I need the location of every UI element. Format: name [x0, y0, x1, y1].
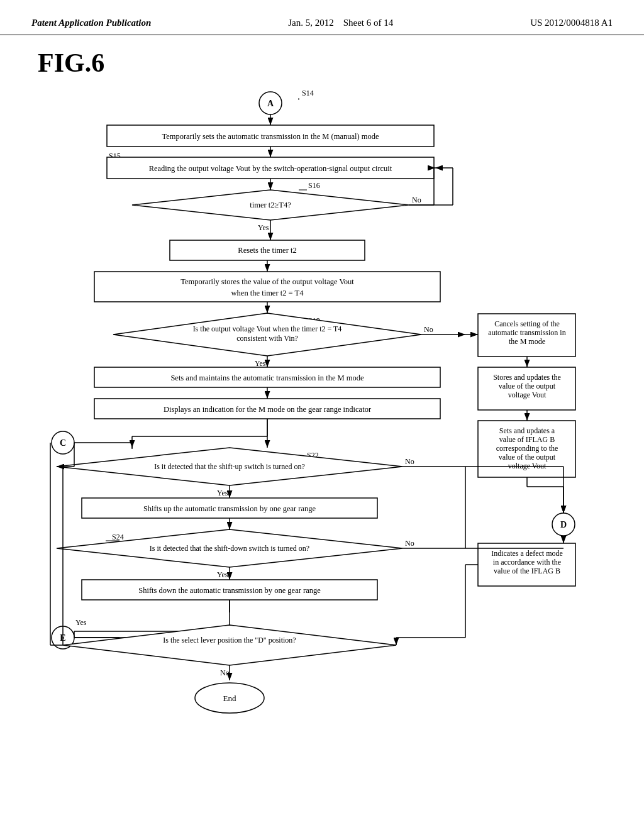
fig-label: FIG.6 — [38, 48, 606, 78]
svg-text:timer t2≥T4?: timer t2≥T4? — [250, 201, 291, 209]
svg-text:D: D — [560, 520, 567, 529]
svg-text:Shifts down the automatic tran: Shifts down the automatic transmission b… — [138, 586, 321, 595]
svg-text:Sets and maintains the automat: Sets and maintains the automatic transmi… — [170, 374, 364, 382]
svg-text:No: No — [220, 668, 230, 677]
svg-text:S16: S16 — [308, 181, 320, 190]
diagram-area: FIG.6 A S14 Temporarily sets the automat… — [0, 35, 644, 807]
svg-text:Is the select lever position t: Is the select lever position the "D" pos… — [163, 636, 296, 645]
svg-text:value of IFLAG B: value of IFLAG B — [499, 435, 555, 444]
svg-text:Yes: Yes — [217, 489, 228, 497]
svg-text:when the timer t2 = T4: when the timer t2 = T4 — [231, 289, 304, 297]
header-date-sheet: Jan. 5, 2012 Sheet 6 of 14 — [288, 18, 393, 28]
svg-text:S14: S14 — [302, 89, 314, 97]
header-publication: Patent Application Publication — [31, 18, 151, 28]
svg-text:Yes: Yes — [258, 223, 269, 232]
svg-text:Shifts up the automatic transm: Shifts up the automatic transmission by … — [143, 504, 316, 513]
svg-text:C: C — [60, 438, 66, 448]
svg-text:Reading the output voltage Vou: Reading the output voltage Vout by the s… — [149, 164, 392, 173]
svg-text:Cancels setting of the: Cancels setting of the — [494, 319, 560, 328]
svg-text:Yes: Yes — [75, 618, 87, 627]
svg-text:Is the output voltage Vout whe: Is the output voltage Vout when the time… — [193, 324, 342, 333]
svg-text:End: End — [223, 694, 236, 703]
svg-text:corresponding to the: corresponding to the — [496, 444, 558, 453]
svg-text:A: A — [267, 99, 274, 108]
header-patent-number: US 2012/0004818 A1 — [530, 18, 613, 28]
svg-text:Resets the timer t2: Resets the timer t2 — [238, 246, 296, 255]
svg-text:consistent with Vin?: consistent with Vin? — [236, 334, 298, 343]
svg-text:Temporarily stores the value o: Temporarily stores the value of the outp… — [180, 277, 354, 286]
svg-text:No: No — [405, 539, 414, 548]
svg-text:Displays an indication for the: Displays an indication for the M mode on… — [164, 405, 372, 414]
svg-text:automatic transmission in: automatic transmission in — [488, 328, 565, 337]
svg-text:Indicates a defect mode: Indicates a defect mode — [491, 549, 563, 558]
svg-text:in accordance with the: in accordance with the — [493, 558, 561, 567]
page-header: Patent Application Publication Jan. 5, 2… — [0, 0, 644, 35]
svg-text:value of the output: value of the output — [499, 382, 556, 390]
svg-text:Yes: Yes — [255, 359, 266, 368]
svg-text:Sets and updates a: Sets and updates a — [499, 426, 555, 435]
svg-text:No: No — [405, 457, 414, 466]
svg-text:No: No — [412, 196, 421, 204]
svg-text:Is it detected that the shift-: Is it detected that the shift-down switc… — [150, 544, 309, 553]
svg-text:the M mode: the M mode — [509, 337, 545, 346]
svg-text:No: No — [424, 325, 433, 334]
svg-text:voltage Vout: voltage Vout — [508, 390, 547, 399]
svg-text:voltage Vout: voltage Vout — [508, 462, 547, 470]
svg-text:value of the IFLAG B: value of the IFLAG B — [494, 567, 560, 575]
svg-text:S24: S24 — [112, 533, 124, 541]
svg-text:Stores and updates the: Stores and updates the — [493, 373, 561, 382]
svg-text:Yes: Yes — [217, 570, 228, 579]
svg-text:Temporarily sets the automatic: Temporarily sets the automatic transmiss… — [162, 132, 379, 141]
svg-text:value of the output: value of the output — [499, 453, 556, 462]
flowchart-svg: A S14 Temporarily sets the automatic tra… — [38, 84, 585, 795]
svg-text:Is it detected that the shift-: Is it detected that the shift-up switch … — [154, 462, 305, 471]
